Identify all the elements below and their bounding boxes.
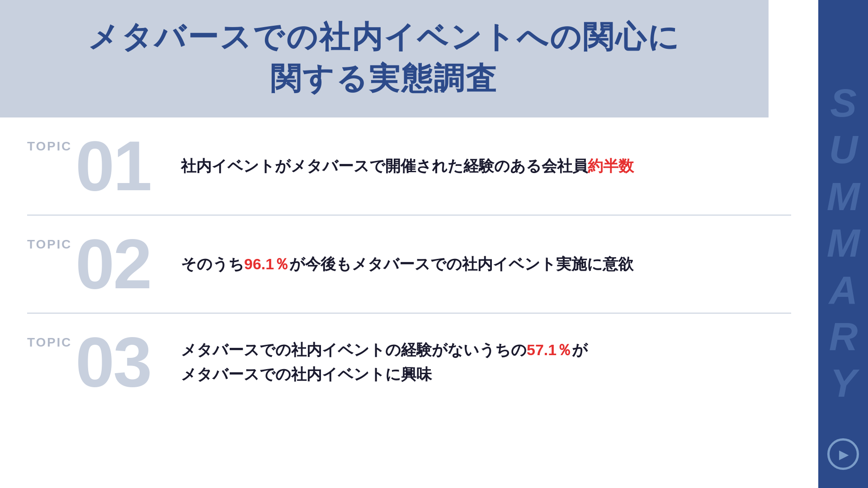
topic-description-01: 社内イベントがメタバースで開催された経験のある会社員約半数 [172, 154, 791, 178]
topic-row-03: TOPIC 03 メタバースでの社内イベントの経験がないうちの57.1％が メタ… [27, 314, 791, 411]
topic-label-02: TOPIC [27, 237, 72, 252]
topic-02-text-1: そのうち [181, 255, 244, 272]
topic-num-01: 01 [75, 131, 151, 201]
right-sidebar: SUMMARY [818, 0, 868, 488]
page-header: メタバースでの社内イベントへの関心に 関する実態調査 [0, 0, 769, 117]
topics-area: TOPIC 01 社内イベントがメタバースで開催された経験のある会社員約半数 T… [0, 117, 818, 411]
topic-02-highlight: 96.1％ [244, 255, 289, 272]
topic-row-01: TOPIC 01 社内イベントがメタバースで開催された経験のある会社員約半数 [27, 117, 791, 216]
topic-03-highlight: 57.1％ [527, 341, 572, 358]
topic-01-highlight: 約半数 [588, 157, 634, 174]
page-title: メタバースでの社内イベントへの関心に 関する実態調査 [36, 16, 732, 99]
topic-num-03: 03 [75, 327, 151, 397]
topic-03-text-3: メタバースでの社内イベントに興味 [181, 366, 432, 383]
topic-02-text-2: が今後もメタバースでの社内イベント実施に意欲 [289, 255, 633, 272]
topic-01-text-1: 社内イベントがメタバースで開催された経験のある会社員 [181, 157, 588, 174]
topic-number-area-02: TOPIC 02 [27, 229, 172, 299]
topic-description-02: そのうち96.1％が今後もメタバースでの社内イベント実施に意欲 [172, 252, 791, 276]
main-content: メタバースでの社内イベントへの関心に 関する実態調査 TOPIC 01 社内イベ… [0, 0, 818, 411]
topic-number-area-03: TOPIC 03 [27, 327, 172, 397]
topic-number-area-01: TOPIC 01 [27, 131, 172, 201]
topic-label-01: TOPIC [27, 139, 72, 154]
sidebar-summary-text: SUMMARY [823, 80, 863, 408]
sidebar-play-icon [827, 438, 859, 470]
topic-row-02: TOPIC 02 そのうち96.1％が今後もメタバースでの社内イベント実施に意欲 [27, 216, 791, 314]
topic-description-03: メタバースでの社内イベントの経験がないうちの57.1％が メタバースでの社内イベ… [172, 338, 791, 387]
topic-label-03: TOPIC [27, 335, 72, 350]
topic-num-02: 02 [75, 229, 151, 299]
topic-03-text-1: メタバースでの社内イベントの経験がないうちの [181, 341, 527, 358]
title-line1: メタバースでの社内イベントへの関心に [88, 19, 680, 54]
topic-03-text-2: が [572, 341, 588, 358]
title-line2: 関する実態調査 [270, 61, 498, 95]
